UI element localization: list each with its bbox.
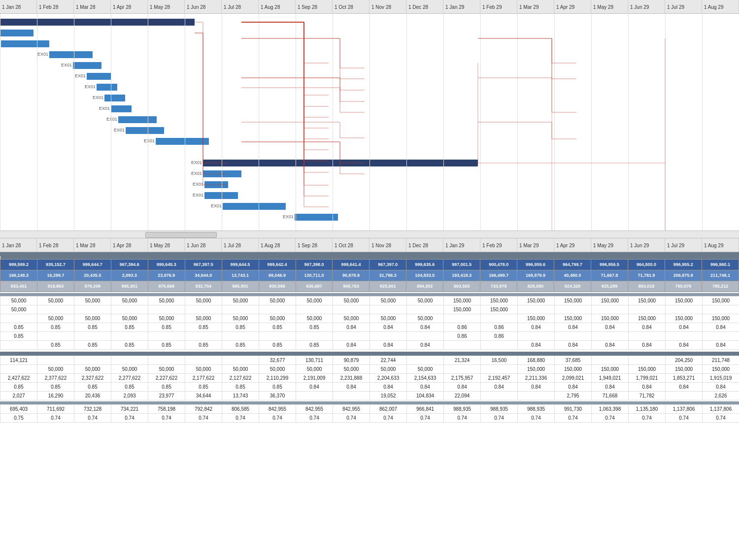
bottom-cell: 16,290 [37,391,74,400]
final-cell: 0.74 [370,413,407,422]
gantt-bar-16: EX01 [223,203,286,210]
data-cell: 925,601 [370,281,406,292]
bottom-row-2: 2,427,6222,377,6222,327,6222,277,6222,22… [0,373,739,382]
bottom-cell: 50,000 [148,364,185,373]
timeline-label-8: 1 Sep 28 [296,238,333,252]
bottom-cell: 13,743 [222,391,259,400]
plain-cell: 50,000 [0,296,37,305]
data-cell: 999,599.2 [0,259,37,270]
timeline-label-18: 1 Jul 29 [665,238,702,252]
plain-cell [0,314,37,323]
timeline-label-5: 1 Jun 28 [185,0,222,14]
data-cell: 996,955.2 [665,259,702,270]
plain-cell: 50,000 [185,296,222,305]
plain-row-4: 0.850.860.86 [0,331,739,340]
plain-cell [555,305,592,314]
final-cell: 711,692 [37,404,74,413]
plain-cell: 50,000 [37,296,74,305]
bottom-cell: 2,211,336 [518,373,555,382]
timeline-label-0: 1 Jan 28 [0,238,37,252]
final-cell: 0.74 [148,413,185,422]
bottom-cell: 50,000 [407,364,444,373]
data-cell: 967,398.0 [296,259,333,270]
timeline-label-11: 1 Dec 28 [406,0,443,14]
bottom-cell: 34,644 [185,391,222,400]
plain-cell: 0.85 [37,340,74,349]
final-cell: 988,935 [481,404,518,413]
bottom-cell: 1,853,271 [666,373,703,382]
gantt-bar-7: EX01 [104,95,125,101]
data-cell: 69,046.9 [259,270,296,281]
plain-cell: 0.85 [111,323,148,331]
bottom-cell: 2,277,622 [111,373,148,382]
data-row-0: 999,599.2935,152.7999,644.7967,394.6999,… [0,259,739,270]
plain-cell: 0.85 [185,323,222,331]
timeline-label-13: 1 Feb 29 [480,0,517,14]
bottom-cell: 0.84 [333,382,370,391]
plain-cell: 0.85 [259,323,296,331]
bottom-cell: 150,000 [666,364,703,373]
final-cell: 1,063,398 [592,404,629,413]
plain-row-3: 0.850.850.850.850.850.850.850.850.850.84… [0,323,739,331]
data-cell: 71,667.8 [591,270,628,281]
final-cell: 842,955 [259,404,296,413]
final-cell: 0.74 [407,413,444,422]
plain-cell: 0.86 [444,323,481,331]
data-cell: 31,796.3 [370,270,406,281]
plain-cell: 0.85 [222,340,259,349]
plain-cell [333,331,370,340]
scrollbar-thumb[interactable] [145,232,217,238]
bottom-cell: 2,231,888 [333,373,370,382]
plain-cell: 0.84 [629,323,666,331]
plain-cell: 0.84 [370,340,407,349]
timeline-label-7: 1 Aug 28 [259,238,296,252]
final-cell: 1,137,806 [703,404,739,413]
plain-cell: 0.84 [666,323,703,331]
plain-cell: 50,000 [407,296,444,305]
plain-cell: 0.85 [185,340,222,349]
bottom-row-1: 50,00050,00050,00050,00050,00050,00050,0… [0,364,739,373]
bottom-cell [518,391,555,400]
final-cell: 842,955 [333,404,370,413]
plain-cell [148,305,185,314]
final-cell: 1,137,806 [666,404,703,413]
gantt-bar-2: EX01 [1,40,49,47]
plain-cell: 0.84 [370,323,407,331]
plain-cell [444,314,481,323]
plain-cell: 0.84 [666,340,703,349]
bottom-cell: 50,000 [37,364,74,373]
plain-cell [37,305,74,314]
bottom-cell: 21,324 [444,356,481,364]
plain-cell: 0.85 [74,340,111,349]
bottom-cell: 2,099,021 [555,373,592,382]
timeline-label-1: 1 Feb 28 [37,238,74,252]
data-cell: 930,595 [259,281,296,292]
plain-cell [629,331,666,340]
bottom-cell: 2,227,622 [148,373,185,382]
timeline-label-10: 1 Nov 28 [370,0,406,14]
plain-cell: 150,000 [629,296,666,305]
final-cell: 0.74 [111,413,148,422]
timeline-label-18: 1 Jul 29 [665,0,702,14]
final-cell: 758,198 [148,404,185,413]
plain-cell: 0.85 [222,323,259,331]
bottom-cell: 2,377,622 [37,373,74,382]
data-cell: 893,018 [628,281,665,292]
plain-cell [518,331,555,340]
data-cell: 997,001.5 [443,259,480,270]
data-cell: 975,668 [148,281,185,292]
bottom-cell: 2,795 [555,391,592,400]
data-cell: 996,959.6 [517,259,554,270]
timeline-label-3: 1 Apr 28 [111,0,148,14]
plain-cell: 50,000 [333,296,370,305]
data-cell: 925,289 [591,281,628,292]
timeline-label-3: 1 Apr 28 [111,238,148,252]
timeline-label-16: 1 May 29 [591,0,628,14]
plain-cell: 150,000 [555,314,592,323]
gantt-bar-5: EX01 [87,73,111,80]
plain-cell: 150,000 [481,296,518,305]
final-cell: 732,128 [74,404,111,413]
gantt-bar-4: EX01 [73,62,101,69]
scrollbar-area[interactable] [0,231,739,238]
data-cell: 90,878.9 [333,270,370,281]
